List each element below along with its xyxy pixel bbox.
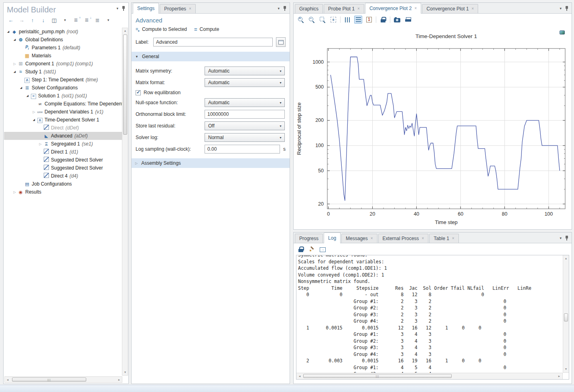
- clear-log-icon[interactable]: [308, 245, 316, 253]
- section-general-header[interactable]: ▼ General: [132, 52, 290, 61]
- scrollbar-thumb[interactable]: |||: [303, 374, 452, 378]
- view-menu-icon[interactable]: ≣: [93, 16, 101, 24]
- panel-menu-caret-icon[interactable]: ▾: [116, 6, 118, 10]
- zoom-out-icon[interactable]: −: [308, 16, 316, 24]
- snapshot-icon[interactable]: [393, 16, 401, 24]
- move-up-icon[interactable]: ↑: [28, 16, 37, 24]
- caret-icon[interactable]: ▾: [61, 16, 69, 24]
- label-options-button[interactable]: [276, 37, 286, 47]
- tree-horizontal-scrollbar[interactable]: ◄ ► |||: [4, 376, 122, 383]
- scroll-down-arrow-icon[interactable]: ▼: [122, 370, 128, 375]
- panel-pin-icon[interactable]: [283, 6, 287, 11]
- log-sampling-wall-clock-input[interactable]: 0.00: [205, 145, 280, 154]
- tab-convergence-plot-1[interactable]: Convergence Plot 1×: [422, 4, 478, 13]
- zoom-box-icon[interactable]: [318, 16, 327, 24]
- tree-item-direct-4[interactable]: Direct 4(d4): [4, 172, 123, 180]
- scrollbar-thumb[interactable]: |||: [12, 378, 86, 382]
- solver-log-select[interactable]: Normal▼: [205, 133, 285, 142]
- compute-button[interactable]: =Compute: [194, 26, 219, 32]
- tab-external-process[interactable]: External Process×: [378, 234, 429, 243]
- export-log-icon[interactable]: →: [318, 245, 327, 253]
- tree-item-time-dependent-solver-1[interactable]: ◢ΛTime-Dependent Solver 1: [4, 116, 123, 124]
- tree-expanded-arrow-icon[interactable]: ◢: [12, 38, 17, 41]
- panel-menu-caret-icon[interactable]: ▾: [560, 6, 562, 10]
- tree-item-suggested-direct-solver[interactable]: Suggested Direct Solver: [4, 156, 123, 164]
- panel-menu-caret-icon[interactable]: ▾: [560, 236, 562, 240]
- scroll-up-arrow-icon[interactable]: ▲: [122, 28, 128, 34]
- tree-item-compile-equations-time-dependent[interactable]: stCompile Equations: Time Dependent: [4, 100, 123, 108]
- close-tab-icon[interactable]: ×: [452, 236, 454, 240]
- convergence-plot-canvas[interactable]: Time-Dependent Solver 120501002005001000…: [294, 28, 572, 227]
- tab-properties[interactable]: Properties×: [160, 4, 196, 13]
- tree-item-step-1-time-dependent[interactable]: ΛStep 1: Time Dependent(time): [4, 76, 123, 84]
- tree-expanded-arrow-icon[interactable]: ◢: [18, 86, 24, 89]
- zoom-extents-icon[interactable]: +: [329, 16, 337, 24]
- row-equilibration-checkbox[interactable]: [136, 90, 141, 95]
- tree-item-peristaltic-pump-mph[interactable]: ◢◆peristaltic_pump.mph(root): [4, 28, 123, 36]
- tab-settings[interactable]: Settings: [133, 3, 159, 14]
- close-tab-icon[interactable]: ×: [414, 6, 417, 10]
- tab-graphics[interactable]: Graphics: [295, 4, 323, 13]
- tab-convergence-plot-2[interactable]: Convergence Plot 2×: [365, 3, 421, 14]
- tree-item-solution-1[interactable]: ◢=Solution 1(sol1) (sol1): [4, 92, 123, 100]
- tree-collapsed-arrow-icon[interactable]: ▷: [31, 110, 37, 114]
- caret-icon[interactable]: ▾: [104, 16, 112, 24]
- close-tab-icon[interactable]: ×: [422, 236, 424, 240]
- tree-collapsed-arrow-icon[interactable]: ▷: [12, 62, 17, 66]
- log-vertical-scrollbar[interactable]: ▲ ▼: [563, 255, 569, 373]
- close-tab-icon[interactable]: ×: [371, 236, 373, 240]
- tab-probe-plot-1[interactable]: Probe Plot 1×: [324, 4, 364, 13]
- tree-item-solver-configurations[interactable]: ◢≣Solver Configurations: [4, 84, 123, 92]
- close-tab-icon[interactable]: ×: [357, 7, 360, 11]
- scrollbar-thumb[interactable]: [564, 313, 568, 321]
- scroll-left-arrow-icon[interactable]: ◄: [297, 374, 302, 379]
- label-input[interactable]: Advanced: [153, 38, 273, 46]
- tree-item-direct-1[interactable]: Direct 1(d1): [4, 148, 123, 156]
- axis-limits-icon[interactable]: 1: [365, 16, 373, 24]
- tab-table-1[interactable]: Table 1×: [429, 234, 459, 243]
- tree-item-parameters-1[interactable]: PiParameters 1(default): [4, 44, 123, 52]
- scroll-down-arrow-icon[interactable]: ▼: [563, 366, 569, 372]
- x-log-axis-icon[interactable]: [354, 16, 362, 24]
- scroll-up-arrow-icon[interactable]: ▲: [563, 256, 569, 261]
- lock-axes-icon[interactable]: [379, 16, 387, 24]
- tree-item-materials[interactable]: ▦Materials: [4, 52, 123, 60]
- tab-messages[interactable]: Messages×: [341, 234, 377, 243]
- tree-expanded-arrow-icon[interactable]: ◢: [12, 70, 17, 73]
- tree-item-segregated-1[interactable]: ▷ΞSegregated 1(se1): [4, 140, 123, 148]
- null-space-function-select[interactable]: Automatic▼: [205, 98, 285, 107]
- y-log-axis-icon[interactable]: [343, 16, 351, 24]
- matrix-symmetry-select[interactable]: Automatic▼: [205, 67, 285, 75]
- tree-expanded-arrow-icon[interactable]: ◢: [31, 118, 37, 121]
- tree-item-global-definitions[interactable]: ◢⊕Global Definitions: [4, 36, 123, 44]
- store-last-residual-select[interactable]: Off▼: [205, 121, 285, 130]
- plot-group-icon[interactable]: [560, 30, 565, 36]
- print-icon[interactable]: [404, 16, 412, 24]
- zoom-in-icon[interactable]: +: [297, 16, 305, 24]
- tree-vertical-scrollbar[interactable]: ▲ ▼: [122, 28, 128, 376]
- panel-pin-icon[interactable]: [565, 6, 569, 11]
- lock-log-icon[interactable]: [297, 245, 305, 253]
- tree-collapsed-arrow-icon[interactable]: ▷: [12, 190, 17, 194]
- expand-all-icon[interactable]: ≣↑: [72, 16, 80, 24]
- tree-item-advanced[interactable]: ◣Advanced(aDef): [4, 132, 123, 140]
- panel-menu-caret-icon[interactable]: ▾: [278, 6, 280, 10]
- scrollbar-thumb[interactable]: [123, 34, 127, 135]
- tree-item-dependent-variables-1[interactable]: ▷uxwDependent Variables 1(v1): [4, 108, 123, 116]
- close-tab-icon[interactable]: ×: [189, 7, 191, 11]
- scroll-right-arrow-icon[interactable]: ►: [556, 374, 562, 379]
- previous-node-icon[interactable]: ←: [7, 16, 15, 24]
- tab-log[interactable]: Log: [324, 232, 341, 243]
- tree-item-study-1[interactable]: ◢≈Study 1(std1): [4, 68, 123, 76]
- tree-item-direct[interactable]: Direct(dDef): [4, 124, 123, 132]
- tree-collapsed-arrow-icon[interactable]: ▷: [38, 142, 43, 146]
- next-node-icon[interactable]: →: [18, 16, 26, 24]
- compute-to-selected-button[interactable]: ≡▸Compute to Selected: [136, 26, 187, 32]
- log-horizontal-scrollbar[interactable]: ◄ ► |||: [296, 373, 563, 379]
- orthonormal-block-limit-input[interactable]: 10000000: [205, 110, 285, 119]
- tree-expanded-arrow-icon[interactable]: ◢: [6, 30, 11, 33]
- scroll-left-arrow-icon[interactable]: ◄: [5, 377, 10, 383]
- panel-pin-icon[interactable]: [565, 235, 569, 240]
- collapse-all-icon[interactable]: ≣↓: [83, 16, 91, 24]
- close-tab-icon[interactable]: ×: [472, 7, 474, 11]
